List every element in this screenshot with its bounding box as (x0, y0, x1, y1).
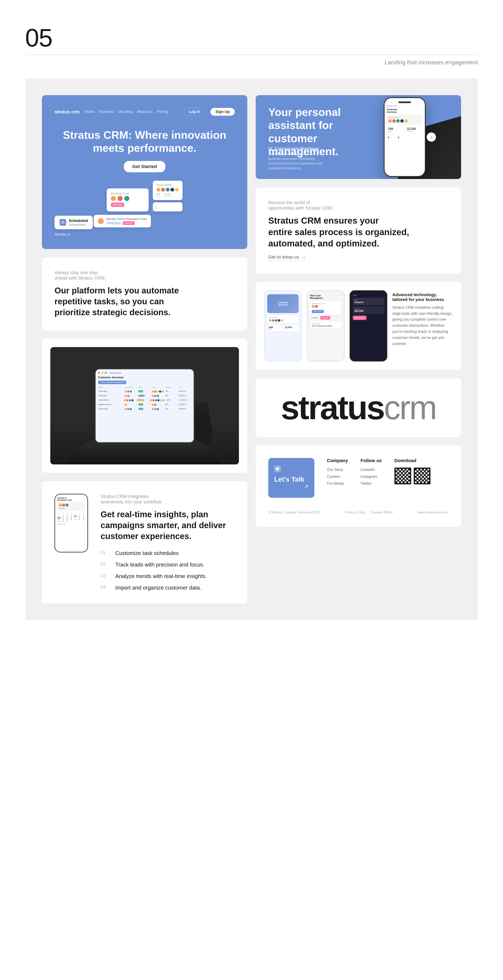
header-divider (25, 54, 478, 55)
sales-process-card: Receive the world ofopportunities with S… (256, 188, 461, 274)
table-row: Support Team Active 62% 2023-05-01 (98, 407, 191, 411)
footer-company-title: Company (327, 458, 348, 463)
footer-download-title: Download (395, 458, 430, 463)
hero-cta-button[interactable]: Get Started (124, 161, 166, 172)
tablet-mockup-card: stratus crm Customer Journeys + New Cust… (42, 339, 247, 473)
feature-number: 02 (100, 562, 111, 567)
footer-link[interactable]: Our Story (327, 468, 348, 472)
customizable-desc: Tailor workflows to match your business … (268, 152, 327, 170)
signup-button[interactable]: Sign Up (210, 108, 235, 116)
feature-headline: Our platform lets you automaterepetitive… (54, 285, 235, 318)
footer-website: www.stratuscrm.com (417, 511, 449, 514)
footer-cookies[interactable]: Cookies Policy (371, 511, 393, 514)
feature-tagline: Always stay one stepahead with Stratus C… (54, 270, 235, 281)
hero-headline: Stratus CRM: Where innovationmeets perfo… (54, 129, 235, 155)
left-column: stratus crm Home Features Our Blog About… (42, 95, 247, 604)
allocate-label: Allocate to (54, 232, 235, 236)
assignments-label: Assignments (69, 223, 88, 226)
footer-social-link[interactable]: Instagram (360, 474, 382, 479)
tablet-title: Customer Journeys (98, 376, 191, 379)
page-number: 05 (25, 25, 478, 50)
footer-social-link[interactable]: Twitter (360, 481, 382, 486)
feature-number: 01 (100, 550, 111, 555)
feature-number: 03 (100, 573, 111, 578)
adv-tech-headline: Advanced technology, tailored for your b… (392, 293, 453, 302)
tablet-device: stratus crm Customer Journeys + New Cust… (94, 368, 195, 444)
nav-link-features: Features (99, 110, 114, 114)
feature-text: Import and organize customer data. (115, 584, 201, 591)
page-subtitle: Landing that increases engagement (25, 59, 478, 66)
main-content-area: stratus crm Home Features Our Blog About… (25, 78, 478, 620)
footer-privacy[interactable]: Privacy Policy (345, 511, 366, 514)
new-case-button[interactable]: + New Customer Management (98, 380, 126, 384)
sales-headline: Stratus CRM ensures yourentire sales pro… (268, 215, 449, 250)
nav-link-pricing: Pricing (157, 110, 168, 114)
list-item: 04 Import and organize customer data. (100, 584, 235, 591)
footer-cta-label: Let's Talk (274, 476, 309, 483)
footer-follow-title: Follow us (360, 458, 382, 463)
insights-tagline: Stratus CRM integratesseamlessly into yo… (100, 494, 235, 505)
adv-tech-desc: Stratus CRM combines cutting-edge tools … (392, 304, 453, 347)
tablet-logo: stratus crm (110, 372, 121, 374)
feature-text: Analyze trends with real-time insights. (115, 573, 207, 579)
right-column: Your personalassistant forcustomermanage… (256, 95, 461, 604)
brand-name-card: stratuscrm (256, 378, 461, 437)
footer-follow-col: Follow us LinkedIn Instagram Twitter (360, 458, 382, 488)
phone-card-3: Strat User Analytics Revenue $24,500 Vie… (350, 290, 387, 361)
arrow-icon: → (301, 255, 306, 260)
brand-name: stratuscrm (281, 391, 436, 425)
page-header: 05 Landing that increases engagement (25, 25, 478, 66)
footer-link[interactable]: Careers (327, 474, 348, 479)
hero-phones-container: Meeting Level Attended Brand Ident (54, 181, 235, 212)
nav-link-blog: Our Blog (118, 110, 133, 114)
feature-automate-card: Always stay one stepahead with Stratus C… (42, 258, 247, 330)
qr-code-2 (414, 468, 430, 484)
mock-nav: stratus crm Home Features Our Blog About… (54, 108, 235, 116)
footer-cta-box[interactable]: Let's Talk ↗ (268, 458, 314, 498)
hero-card: stratus crm Home Features Our Blog About… (42, 95, 247, 249)
insights-headline: Get real-time insights, plancampaigns sm… (100, 509, 235, 542)
footer-copyright: © Stratus. Created Tomorrow 2023 (268, 511, 320, 514)
scheduled-label: Scheduled (69, 219, 88, 223)
qr-code-1 (395, 468, 411, 484)
list-item: 02 Track leads with precision and focus. (100, 562, 235, 568)
table-row: Suggested Journey Active 55% 2023-04-01 (98, 402, 191, 407)
list-item: 03 Analyze trends with real-time insight… (100, 573, 235, 579)
table-row: Project Beta Pending 40% 2023-02-01 (98, 394, 191, 398)
mock-nav-links: Home Features Our Blog About Us Pricing (85, 110, 168, 114)
phones-showcase-card: CustomerJourneys Brand Identity (256, 282, 461, 370)
insights-text-card: Allocate toResolution Team October (42, 481, 247, 604)
svg-rect-0 (62, 221, 64, 224)
feature-text: Track leads with precision and focus. (115, 562, 204, 568)
phone-card-2: New CaseManagment Allocate Crew to User … (307, 290, 345, 361)
feature-list: 01 Customize task schedules 02 Track lea… (100, 550, 235, 591)
footer-link[interactable]: For Media (327, 481, 348, 486)
table-row: Project Gamma Complete 100% 2023-03-01 (98, 398, 191, 402)
footer-cta-arrow-icon: ↗ (274, 483, 309, 490)
get-to-know-link[interactable]: Get to know us → (268, 255, 306, 261)
personal-assistant-card: Your personalassistant forcustomermanage… (256, 95, 461, 179)
footer-bottom-bar: © Stratus. Created Tomorrow 2023 Privacy… (268, 506, 449, 514)
footer-card: Let's Talk ↗ Company Our Story Careers F… (256, 445, 461, 527)
nav-link-home: Home (85, 110, 95, 114)
footer-social-link[interactable]: LinkedIn (360, 468, 382, 472)
feature-number: 04 (100, 584, 111, 590)
footer-company-col: Company Our Story Careers For Media (327, 458, 348, 488)
get-to-know-text: Get to know us (268, 255, 299, 260)
footer-download-col: Download (395, 458, 430, 484)
feature-text: Customize task schedules (115, 550, 178, 557)
customizable-number: 02. Customizable Workflows (268, 146, 327, 151)
brand-name-light: crm (384, 389, 436, 426)
tablet-col-headers: Name Brand Identity Status Team Progress… (98, 386, 191, 388)
sales-tagline: Receive the world ofopportunities with S… (268, 200, 449, 211)
phone-card-1: CustomerJourneys Brand Identity (264, 290, 302, 361)
table-row: Project Alpha Active 75% 2023-01-01 (98, 390, 191, 394)
brand-name-bold: stratus (281, 389, 384, 426)
login-button[interactable]: Log In (184, 108, 205, 116)
list-item: 01 Customize task schedules (100, 550, 235, 557)
mock-logo: stratus crm (54, 109, 80, 115)
nav-link-about: About Us (137, 110, 153, 114)
phones-description: Advanced technology, tailored for your b… (392, 290, 453, 349)
